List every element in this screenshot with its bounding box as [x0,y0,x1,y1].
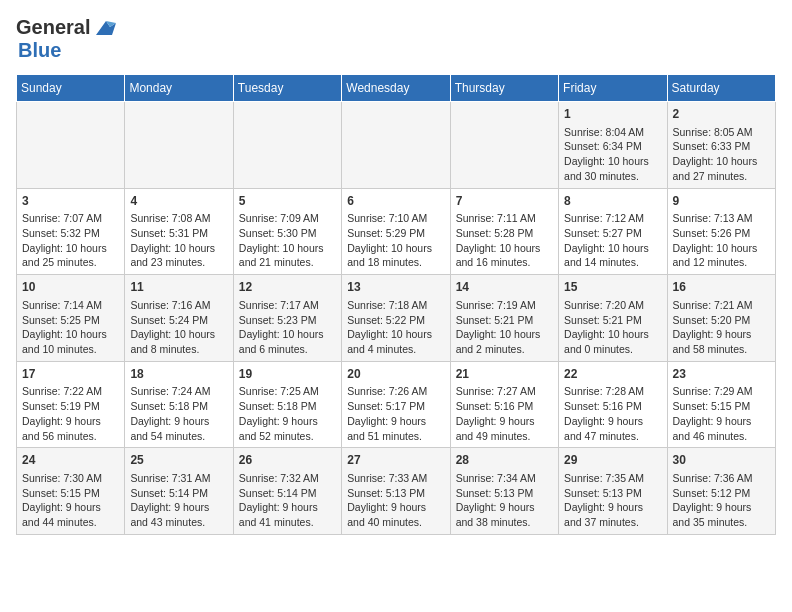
day-info: Sunrise: 7:24 AM Sunset: 5:18 PM Dayligh… [130,384,227,443]
weekday-header-wednesday: Wednesday [342,75,450,102]
day-info: Sunrise: 7:10 AM Sunset: 5:29 PM Dayligh… [347,211,444,270]
calendar-cell: 4Sunrise: 7:08 AM Sunset: 5:31 PM Daylig… [125,188,233,275]
weekday-header-saturday: Saturday [667,75,775,102]
day-number: 4 [130,193,227,210]
weekday-header-tuesday: Tuesday [233,75,341,102]
calendar-cell: 27Sunrise: 7:33 AM Sunset: 5:13 PM Dayli… [342,448,450,535]
calendar-cell: 19Sunrise: 7:25 AM Sunset: 5:18 PM Dayli… [233,361,341,448]
day-number: 15 [564,279,661,296]
weekday-header-sunday: Sunday [17,75,125,102]
day-info: Sunrise: 7:08 AM Sunset: 5:31 PM Dayligh… [130,211,227,270]
day-number: 25 [130,452,227,469]
logo-blue: Blue [18,39,61,62]
calendar-cell: 14Sunrise: 7:19 AM Sunset: 5:21 PM Dayli… [450,275,558,362]
day-number: 27 [347,452,444,469]
calendar-cell: 20Sunrise: 7:26 AM Sunset: 5:17 PM Dayli… [342,361,450,448]
day-info: Sunrise: 7:28 AM Sunset: 5:16 PM Dayligh… [564,384,661,443]
day-number: 7 [456,193,553,210]
calendar-cell [342,102,450,189]
calendar-cell: 28Sunrise: 7:34 AM Sunset: 5:13 PM Dayli… [450,448,558,535]
calendar-week-row: 24Sunrise: 7:30 AM Sunset: 5:15 PM Dayli… [17,448,776,535]
day-number: 6 [347,193,444,210]
page-header: General Blue [16,16,776,62]
day-number: 9 [673,193,770,210]
day-info: Sunrise: 7:30 AM Sunset: 5:15 PM Dayligh… [22,471,119,530]
calendar-cell: 2Sunrise: 8:05 AM Sunset: 6:33 PM Daylig… [667,102,775,189]
day-info: Sunrise: 7:14 AM Sunset: 5:25 PM Dayligh… [22,298,119,357]
day-number: 5 [239,193,336,210]
day-info: Sunrise: 7:31 AM Sunset: 5:14 PM Dayligh… [130,471,227,530]
day-info: Sunrise: 7:35 AM Sunset: 5:13 PM Dayligh… [564,471,661,530]
day-info: Sunrise: 7:16 AM Sunset: 5:24 PM Dayligh… [130,298,227,357]
calendar-cell: 5Sunrise: 7:09 AM Sunset: 5:30 PM Daylig… [233,188,341,275]
calendar-week-row: 17Sunrise: 7:22 AM Sunset: 5:19 PM Dayli… [17,361,776,448]
day-number: 17 [22,366,119,383]
weekday-header-friday: Friday [559,75,667,102]
day-info: Sunrise: 7:12 AM Sunset: 5:27 PM Dayligh… [564,211,661,270]
calendar-cell: 11Sunrise: 7:16 AM Sunset: 5:24 PM Dayli… [125,275,233,362]
calendar-week-row: 10Sunrise: 7:14 AM Sunset: 5:25 PM Dayli… [17,275,776,362]
calendar-cell [125,102,233,189]
calendar-week-row: 1Sunrise: 8:04 AM Sunset: 6:34 PM Daylig… [17,102,776,189]
calendar-cell: 6Sunrise: 7:10 AM Sunset: 5:29 PM Daylig… [342,188,450,275]
day-number: 3 [22,193,119,210]
weekday-header-thursday: Thursday [450,75,558,102]
day-info: Sunrise: 7:07 AM Sunset: 5:32 PM Dayligh… [22,211,119,270]
day-info: Sunrise: 7:34 AM Sunset: 5:13 PM Dayligh… [456,471,553,530]
calendar-table: SundayMondayTuesdayWednesdayThursdayFrid… [16,74,776,535]
calendar-cell: 7Sunrise: 7:11 AM Sunset: 5:28 PM Daylig… [450,188,558,275]
calendar-header-row: SundayMondayTuesdayWednesdayThursdayFrid… [17,75,776,102]
calendar-cell: 1Sunrise: 8:04 AM Sunset: 6:34 PM Daylig… [559,102,667,189]
calendar-cell: 12Sunrise: 7:17 AM Sunset: 5:23 PM Dayli… [233,275,341,362]
day-number: 12 [239,279,336,296]
day-number: 29 [564,452,661,469]
calendar-cell: 9Sunrise: 7:13 AM Sunset: 5:26 PM Daylig… [667,188,775,275]
day-info: Sunrise: 7:18 AM Sunset: 5:22 PM Dayligh… [347,298,444,357]
day-number: 18 [130,366,227,383]
calendar-cell: 8Sunrise: 7:12 AM Sunset: 5:27 PM Daylig… [559,188,667,275]
day-info: Sunrise: 8:05 AM Sunset: 6:33 PM Dayligh… [673,125,770,184]
day-info: Sunrise: 7:22 AM Sunset: 5:19 PM Dayligh… [22,384,119,443]
logo-general: General [16,16,90,39]
logo-bird-icon [92,17,120,39]
day-info: Sunrise: 7:36 AM Sunset: 5:12 PM Dayligh… [673,471,770,530]
calendar-cell: 15Sunrise: 7:20 AM Sunset: 5:21 PM Dayli… [559,275,667,362]
day-info: Sunrise: 7:17 AM Sunset: 5:23 PM Dayligh… [239,298,336,357]
day-info: Sunrise: 7:21 AM Sunset: 5:20 PM Dayligh… [673,298,770,357]
calendar-cell: 10Sunrise: 7:14 AM Sunset: 5:25 PM Dayli… [17,275,125,362]
calendar-cell: 24Sunrise: 7:30 AM Sunset: 5:15 PM Dayli… [17,448,125,535]
day-number: 23 [673,366,770,383]
day-info: Sunrise: 7:29 AM Sunset: 5:15 PM Dayligh… [673,384,770,443]
day-number: 13 [347,279,444,296]
calendar-week-row: 3Sunrise: 7:07 AM Sunset: 5:32 PM Daylig… [17,188,776,275]
day-number: 28 [456,452,553,469]
calendar-cell: 29Sunrise: 7:35 AM Sunset: 5:13 PM Dayli… [559,448,667,535]
logo: General Blue [16,16,120,62]
day-number: 19 [239,366,336,383]
day-number: 24 [22,452,119,469]
calendar-cell: 16Sunrise: 7:21 AM Sunset: 5:20 PM Dayli… [667,275,775,362]
calendar-cell: 21Sunrise: 7:27 AM Sunset: 5:16 PM Dayli… [450,361,558,448]
calendar-cell [17,102,125,189]
calendar-cell: 22Sunrise: 7:28 AM Sunset: 5:16 PM Dayli… [559,361,667,448]
day-info: Sunrise: 8:04 AM Sunset: 6:34 PM Dayligh… [564,125,661,184]
day-info: Sunrise: 7:26 AM Sunset: 5:17 PM Dayligh… [347,384,444,443]
day-info: Sunrise: 7:19 AM Sunset: 5:21 PM Dayligh… [456,298,553,357]
calendar-cell: 13Sunrise: 7:18 AM Sunset: 5:22 PM Dayli… [342,275,450,362]
day-number: 14 [456,279,553,296]
calendar-cell: 26Sunrise: 7:32 AM Sunset: 5:14 PM Dayli… [233,448,341,535]
day-number: 11 [130,279,227,296]
calendar-cell: 23Sunrise: 7:29 AM Sunset: 5:15 PM Dayli… [667,361,775,448]
day-info: Sunrise: 7:20 AM Sunset: 5:21 PM Dayligh… [564,298,661,357]
day-info: Sunrise: 7:11 AM Sunset: 5:28 PM Dayligh… [456,211,553,270]
calendar-cell [450,102,558,189]
day-info: Sunrise: 7:33 AM Sunset: 5:13 PM Dayligh… [347,471,444,530]
day-info: Sunrise: 7:13 AM Sunset: 5:26 PM Dayligh… [673,211,770,270]
day-info: Sunrise: 7:27 AM Sunset: 5:16 PM Dayligh… [456,384,553,443]
day-number: 21 [456,366,553,383]
day-number: 2 [673,106,770,123]
day-number: 16 [673,279,770,296]
day-number: 1 [564,106,661,123]
day-info: Sunrise: 7:32 AM Sunset: 5:14 PM Dayligh… [239,471,336,530]
day-number: 26 [239,452,336,469]
